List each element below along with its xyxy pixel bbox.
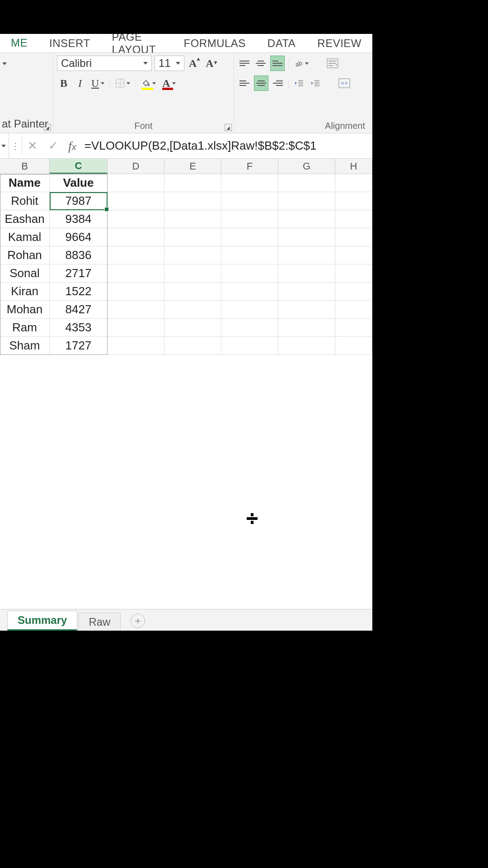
cell[interactable]: Name [0, 174, 50, 192]
paste-dropdown[interactable] [0, 57, 9, 70]
column-header-e[interactable]: E [164, 159, 221, 174]
cell[interactable]: Value [50, 174, 108, 192]
cell[interactable]: 9384 [50, 210, 108, 228]
cell[interactable] [335, 319, 372, 337]
cell[interactable]: Mohan [0, 301, 50, 319]
cell[interactable] [335, 192, 372, 210]
font-name-combo[interactable]: Calibri [57, 56, 152, 71]
align-right-button[interactable] [271, 75, 285, 91]
cell[interactable] [335, 228, 372, 246]
cell[interactable] [278, 228, 335, 246]
cell[interactable] [278, 283, 335, 301]
cell[interactable]: 8427 [50, 301, 108, 319]
cell-selected[interactable]: 7987 [50, 192, 108, 210]
cell[interactable] [164, 192, 221, 210]
cell[interactable] [335, 337, 372, 355]
clipboard-dialog-launcher[interactable]: ◢ [44, 124, 51, 131]
cell[interactable]: 4353 [50, 319, 108, 337]
column-header-f[interactable]: F [221, 159, 278, 174]
align-bottom-button[interactable] [270, 56, 285, 71]
column-header-c[interactable]: C [50, 159, 108, 174]
cell[interactable] [108, 210, 164, 228]
cell[interactable] [221, 246, 278, 264]
cell[interactable]: 8836 [50, 246, 108, 264]
cell[interactable] [221, 319, 278, 337]
cell[interactable] [221, 337, 278, 355]
cell[interactable]: 9664 [50, 228, 108, 246]
cell[interactable] [278, 337, 335, 355]
cell[interactable] [108, 246, 164, 264]
cell[interactable] [278, 319, 335, 337]
cell[interactable] [164, 301, 221, 319]
font-size-combo[interactable]: 11 [155, 56, 184, 71]
cell[interactable] [164, 264, 221, 283]
cell[interactable] [221, 210, 278, 228]
tab-formulas[interactable]: FORMULAS [173, 34, 257, 52]
cell[interactable] [108, 192, 164, 210]
cell[interactable] [221, 192, 278, 210]
decrease-font-size-button[interactable]: A [204, 56, 218, 71]
cell[interactable] [335, 283, 372, 301]
cell[interactable] [278, 192, 335, 210]
name-box[interactable] [0, 133, 9, 158]
tab-data[interactable]: DATA [257, 34, 306, 52]
merge-center-button[interactable] [337, 75, 352, 91]
cell[interactable] [164, 210, 221, 228]
cell[interactable] [221, 283, 278, 301]
tab-review[interactable]: REVIEW [306, 34, 372, 52]
format-painter-button[interactable]: at Painter [0, 118, 49, 130]
cell[interactable] [221, 264, 278, 283]
cell[interactable] [335, 174, 372, 192]
orientation-button[interactable]: ab [292, 56, 310, 71]
cell[interactable] [278, 264, 335, 283]
wrap-text-button[interactable] [325, 56, 340, 71]
cell[interactable] [108, 301, 164, 319]
cell[interactable] [278, 246, 335, 264]
cell[interactable]: 2717 [50, 264, 108, 283]
cell[interactable] [108, 337, 164, 355]
align-center-button[interactable] [254, 75, 268, 91]
column-header-d[interactable]: D [108, 159, 164, 174]
cell[interactable] [221, 301, 278, 319]
bold-button[interactable]: B [57, 75, 70, 91]
align-left-button[interactable] [238, 75, 251, 91]
decrease-indent-button[interactable] [292, 75, 306, 91]
align-middle-button[interactable] [254, 56, 267, 71]
column-header-h[interactable]: H [335, 159, 372, 174]
cell[interactable]: Kiran [0, 283, 50, 301]
column-header-g[interactable]: G [278, 159, 335, 174]
cell[interactable] [278, 210, 335, 228]
cell[interactable] [108, 264, 164, 283]
cell[interactable] [278, 174, 335, 192]
cell[interactable] [335, 246, 372, 264]
cell[interactable] [335, 301, 372, 319]
cell[interactable]: Kamal [0, 228, 50, 246]
cell[interactable] [164, 319, 221, 337]
tab-insert[interactable]: INSERT [38, 34, 101, 52]
tab-home[interactable]: ME [0, 34, 38, 52]
cell[interactable] [335, 210, 372, 228]
cell[interactable] [164, 228, 221, 246]
cell[interactable]: Ram [0, 319, 50, 337]
cell[interactable] [108, 174, 164, 192]
tab-page-layout[interactable]: PAGE LAYOUT [101, 34, 173, 52]
cell[interactable]: Sonal [0, 264, 50, 283]
underline-button[interactable]: U [89, 75, 106, 91]
formula-bar-options[interactable]: ⋮ [9, 141, 22, 151]
cell[interactable]: Sham [0, 337, 50, 355]
column-header-b[interactable]: B [0, 159, 50, 174]
align-top-button[interactable] [238, 56, 251, 71]
cell[interactable]: 1727 [50, 337, 108, 355]
cell[interactable]: 1522 [50, 283, 108, 301]
cell[interactable] [108, 319, 164, 337]
enter-formula-button[interactable]: ✓ [43, 133, 64, 158]
cell[interactable]: Eashan [0, 210, 50, 228]
cell[interactable] [164, 246, 221, 264]
cell[interactable] [164, 337, 221, 355]
cell[interactable]: Rohit [0, 192, 50, 210]
cell[interactable] [108, 228, 164, 246]
font-dialog-launcher[interactable]: ◢ [225, 124, 232, 131]
cell[interactable] [164, 283, 221, 301]
sheet-tab-summary[interactable]: Summary [7, 611, 77, 631]
fill-color-button[interactable] [140, 75, 158, 91]
